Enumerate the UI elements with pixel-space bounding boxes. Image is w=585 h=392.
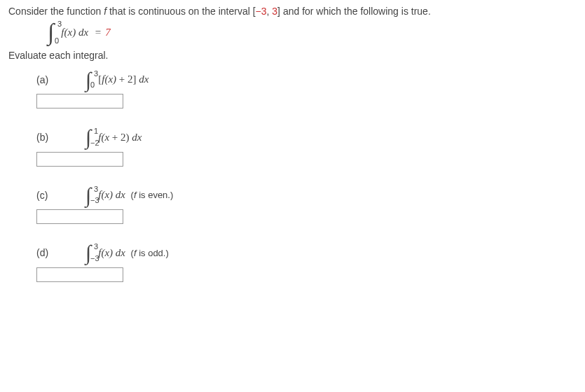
answer-input-d[interactable] <box>36 267 123 282</box>
part-c: (c) ∫ 3 −3 f(x) dx (f is even.) <box>36 186 577 204</box>
answer-box-c <box>36 209 577 224</box>
interval-upper: 3 <box>269 6 277 17</box>
integral-symbol: ∫ 3 0 <box>48 22 54 43</box>
given-integrand: f(x) dx <box>61 27 88 38</box>
given-value: 7 <box>105 27 111 38</box>
part-d-fx: f(x) <box>98 247 116 258</box>
part-a-plus: + 2] <box>116 74 139 85</box>
part-b-upper: 1 <box>94 127 98 135</box>
answer-box-b <box>36 152 577 167</box>
part-d: (d) ∫ 3 −3 f(x) dx (f is odd.) <box>36 244 577 262</box>
intro-suffix: and for which the following is true. <box>280 6 431 17</box>
given-lower: 0 <box>55 37 59 45</box>
part-d-upper: 3 <box>94 243 98 251</box>
intro-text: Consider the function f that is continuo… <box>8 6 577 17</box>
part-c-upper: 3 <box>94 186 98 193</box>
integral-symbol-d: ∫ 3 −3 <box>85 244 91 262</box>
part-b-label: (b) <box>36 132 85 143</box>
part-c-label: (c) <box>36 190 85 201</box>
part-c-dx: dx <box>116 189 125 200</box>
part-c-note: (f is even.) <box>128 190 173 200</box>
part-b-lower: −2 <box>90 139 99 147</box>
part-d-dx: dx <box>116 247 125 258</box>
answer-input-c[interactable] <box>36 209 123 224</box>
given-eq: = <box>95 27 101 38</box>
given-upper: 3 <box>57 20 62 28</box>
part-b-dx: dx <box>132 132 142 143</box>
part-a: (a) ∫ 3 0 [f(x) + 2] dx <box>36 71 577 89</box>
part-b: (b) ∫ 1 −2 f(x + 2) dx <box>36 128 577 146</box>
part-d-lower: −3 <box>90 255 99 262</box>
part-a-lower: 0 <box>90 81 95 89</box>
part-c-fx: f(x) <box>98 189 116 200</box>
part-a-upper: 3 <box>94 70 98 78</box>
given-integral: ∫ 3 0 f(x) dx =7 <box>48 22 577 43</box>
intro-middle: that is continuous on the interval <box>106 6 253 17</box>
part-b-plus: + 2) <box>109 132 132 143</box>
integral-symbol-b: ∫ 1 −2 <box>85 128 91 146</box>
answer-box-d <box>36 267 577 282</box>
part-d-note: (f is odd.) <box>128 248 169 258</box>
part-a-dx: dx <box>139 74 149 85</box>
intro-prefix: Consider the function <box>8 6 104 17</box>
part-c-lower: −3 <box>90 197 99 204</box>
interval-lower: −3 <box>256 6 267 17</box>
part-a-label: (a) <box>36 74 85 85</box>
integral-symbol-a: ∫ 3 0 <box>85 71 91 89</box>
integral-symbol-c: ∫ 3 −3 <box>85 186 91 204</box>
answer-box-a <box>36 94 577 108</box>
part-b-fx: f(x <box>98 132 109 143</box>
instruction-text: Evaluate each integral. <box>8 50 577 61</box>
answer-input-b[interactable] <box>36 152 123 167</box>
part-a-fx: f(x) <box>102 74 116 85</box>
part-d-label: (d) <box>36 247 85 258</box>
answer-input-a[interactable] <box>36 94 123 108</box>
